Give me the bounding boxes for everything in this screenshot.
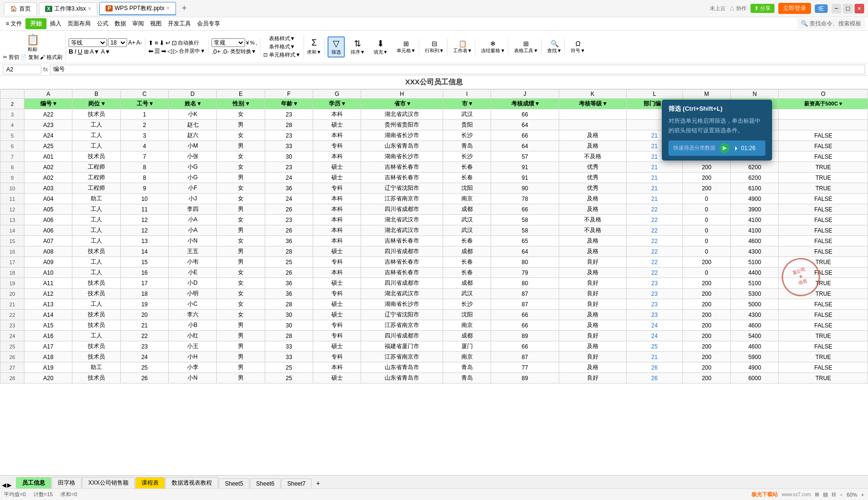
table-cell[interactable]: 及格	[559, 141, 626, 151]
table-cell[interactable]: FALSE	[779, 246, 868, 257]
table-cell[interactable]: 及格	[559, 236, 626, 246]
wrap-text-btn[interactable]: ↵	[165, 39, 171, 47]
table-cell[interactable]: FALSE	[779, 204, 868, 215]
table-cell[interactable]: 硕士	[313, 310, 361, 320]
table-cell[interactable]: FALSE	[779, 225, 868, 236]
table-style-btn[interactable]: 表格样式▼	[263, 35, 301, 42]
table-cell[interactable]: 26	[120, 373, 168, 384]
table-cell[interactable]: 工人	[72, 141, 120, 151]
fx-button[interactable]: fx	[43, 66, 48, 73]
sheet-tab-pivot[interactable]: 数据透视表教程	[165, 477, 218, 488]
table-cell[interactable]: TRUE	[779, 183, 868, 194]
table-cell[interactable]: A02	[24, 173, 72, 183]
menu-data[interactable]: 数据	[112, 18, 129, 29]
table-cell[interactable]: 0	[682, 225, 730, 236]
table-cell[interactable]: 南京	[443, 352, 491, 362]
worksheet-btn[interactable]: 📋 工作表▼	[450, 39, 476, 55]
table-cell[interactable]: 青岛	[443, 362, 491, 373]
header-工号[interactable]: 工号 ▾	[120, 99, 168, 109]
table-cell[interactable]: 6100	[731, 183, 779, 194]
table-cell[interactable]: 6000	[731, 373, 779, 384]
table-cell[interactable]: 男	[217, 225, 265, 236]
table-cell[interactable]: TRUE	[779, 162, 868, 173]
table-cell[interactable]: 男	[217, 373, 265, 384]
table-cell[interactable]: 24	[265, 194, 313, 204]
table-cell[interactable]: A02	[24, 162, 72, 173]
table-cell[interactable]: 女	[217, 130, 265, 141]
table-cell[interactable]: A12	[24, 289, 72, 299]
header-省市[interactable]: 省市 ▾	[361, 99, 443, 109]
table-cell[interactable]: 4900	[731, 362, 779, 373]
table-cell[interactable]: 33	[265, 352, 313, 362]
table-cell[interactable]: 女	[217, 278, 265, 289]
table-cell[interactable]: 9	[120, 183, 168, 194]
table-cell[interactable]: 工人	[72, 236, 120, 246]
table-cell[interactable]: 28	[265, 120, 313, 130]
table-cell[interactable]: 优秀	[559, 162, 626, 173]
table-cell[interactable]: 湖北省武汉市	[361, 225, 443, 236]
table-cell[interactable]: 小H	[169, 352, 217, 362]
table-cell[interactable]: 20	[120, 310, 168, 320]
col-header-D[interactable]: D	[169, 90, 217, 99]
table-cell[interactable]: 长春	[443, 236, 491, 246]
table-cell[interactable]: 良好	[559, 278, 626, 289]
table-cell[interactable]: FALSE	[779, 130, 868, 141]
table-cell[interactable]: 36	[265, 183, 313, 194]
table-cell[interactable]: 25	[265, 362, 313, 373]
table-cell[interactable]: 良好	[559, 352, 626, 362]
table-cell[interactable]: TRUE	[779, 331, 868, 341]
table-cell[interactable]: 成都	[443, 204, 491, 215]
table-cell[interactable]: 1	[120, 109, 168, 120]
table-cell[interactable]: 硕士	[313, 173, 361, 183]
table-cell[interactable]: 小D	[169, 278, 217, 289]
table-cell[interactable]: 技术员	[72, 151, 120, 162]
table-cell[interactable]: 女	[217, 194, 265, 204]
table-cell[interactable]: 南京	[443, 320, 491, 331]
table-cell[interactable]: 14	[120, 246, 168, 257]
cell-style-btn[interactable]: ⊡ 单元格样式▼	[263, 51, 301, 58]
table-cell[interactable]: 23	[120, 341, 168, 352]
cond-format-btn[interactable]: 条件格式▼	[263, 43, 301, 50]
table-cell[interactable]: 小A	[169, 215, 217, 225]
table-cell[interactable]: 江苏省南京市	[361, 194, 443, 204]
menu-member[interactable]: 会员专享	[194, 18, 223, 29]
table-cell[interactable]: 小王	[169, 341, 217, 352]
table-cell[interactable]: 200	[682, 299, 730, 310]
table-cell[interactable]: 长春	[443, 267, 491, 278]
table-cell[interactable]: 30	[265, 310, 313, 320]
table-cell[interactable]: 专科	[313, 257, 361, 267]
fill-color-btn[interactable]: A▼	[90, 48, 100, 55]
tab-excel[interactable]: X 工作簿3.xlsx ×	[39, 2, 97, 15]
table-cell[interactable]: FALSE	[779, 341, 868, 352]
table-cell[interactable]: 10	[120, 194, 168, 204]
table-cell[interactable]: 工程师	[72, 183, 120, 194]
menu-devtools[interactable]: 开发工具	[165, 18, 194, 29]
table-cell[interactable]: 26	[265, 204, 313, 215]
table-cell[interactable]: 26	[265, 267, 313, 278]
view-normal-btn[interactable]: ⊞	[815, 491, 819, 498]
table-cell[interactable]: 0	[682, 215, 730, 225]
table-cell[interactable]: 33	[265, 141, 313, 151]
table-cell[interactable]: 辽宁省沈阳市	[361, 310, 443, 320]
table-cell[interactable]: 李四	[169, 204, 217, 215]
table-cell[interactable]: 22	[626, 225, 682, 236]
table-cell[interactable]: 3900	[731, 204, 779, 215]
table-cell[interactable]: 11	[120, 204, 168, 215]
table-cell[interactable]: 技术员	[72, 352, 120, 362]
table-cell[interactable]: 及格	[559, 341, 626, 352]
col-header-O[interactable]: O	[779, 90, 868, 99]
table-cell[interactable]: 4300	[731, 246, 779, 257]
table-cell[interactable]: 男	[217, 352, 265, 362]
table-cell[interactable]: 90	[491, 183, 559, 194]
table-cell[interactable]: 成都	[443, 278, 491, 289]
table-cell[interactable]: 长春	[443, 173, 491, 183]
table-cell[interactable]: 89	[491, 373, 559, 384]
table-cell[interactable]: 4900	[731, 194, 779, 204]
tab-close-ppt[interactable]: ×	[166, 5, 170, 12]
table-cell[interactable]: 200	[682, 373, 730, 384]
table-cell[interactable]: 长沙	[443, 130, 491, 141]
table-cell[interactable]: 小李	[169, 362, 217, 373]
table-cell[interactable]: 200	[682, 362, 730, 373]
col-header-C[interactable]: C	[120, 90, 168, 99]
table-cell[interactable]: A20	[24, 373, 72, 384]
